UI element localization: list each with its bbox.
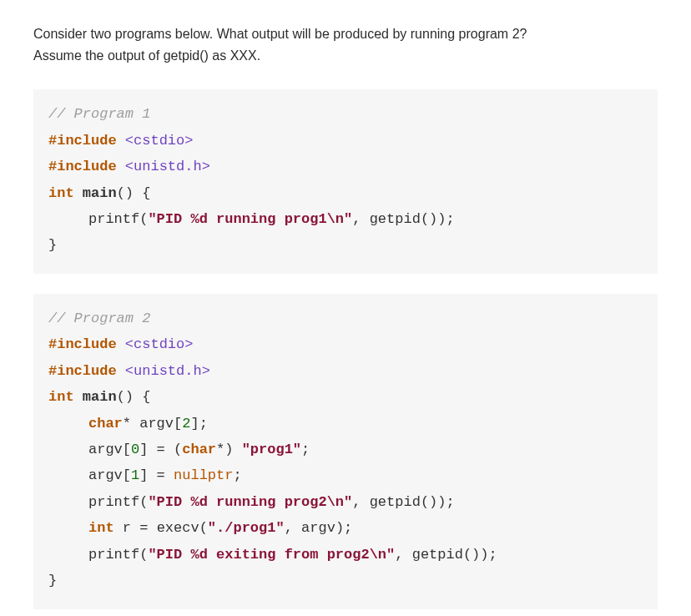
code-keyword: int (48, 185, 74, 201)
code-block-program-1: // Program 1 #include <cstdio> #include … (33, 89, 658, 274)
question-line-1: Consider two programs below. What output… (33, 27, 527, 41)
code-punct: ] = (139, 467, 174, 483)
code-header: <unistd.h> (125, 159, 210, 174)
code-punct: , (352, 211, 369, 227)
code-call: printf (88, 547, 139, 563)
code-punct: ] = ( (139, 442, 182, 457)
code-header: <unistd.h> (125, 363, 210, 379)
code-func: main (83, 389, 117, 405)
code-header: <cstdio> (125, 336, 194, 352)
code-type: char (88, 416, 123, 432)
code-call: getpid (370, 494, 421, 510)
code-string: "PID %d running prog1\n" (148, 211, 352, 227)
code-punct: ( (139, 494, 148, 510)
code-comment: // Program 1 (48, 106, 150, 122)
code-func: main (83, 185, 117, 201)
code-punct: ); (437, 494, 454, 510)
code-ident: argv[ (88, 442, 131, 457)
code-punct: { (134, 185, 150, 201)
code-punct: ( (139, 211, 148, 227)
code-punct: () (463, 547, 480, 563)
code-punct: , (395, 547, 411, 563)
code-punct: * (123, 416, 131, 432)
code-punct: ( (199, 520, 208, 536)
code-punct: () (421, 211, 437, 227)
code-number: 1 (131, 467, 139, 483)
code-punct: ( (139, 547, 148, 563)
code-punct: { (134, 389, 150, 405)
code-punct: ); (480, 547, 497, 563)
code-punct: ; (301, 442, 310, 457)
code-ident: r = (114, 520, 157, 536)
code-punct: ]; (190, 416, 207, 432)
code-keyword: int (48, 389, 74, 405)
page-container: Consider two programs below. What output… (0, 0, 691, 616)
code-ident: argv[ (88, 467, 131, 483)
code-call: execv (157, 520, 199, 536)
code-punct: ); (335, 520, 352, 536)
question-text: Consider two programs below. What output… (33, 23, 658, 66)
code-punct: } (48, 573, 57, 588)
code-punct: ; (233, 467, 241, 483)
code-header: <cstdio> (125, 133, 194, 149)
code-punct: ); (437, 211, 454, 227)
code-call: printf (88, 211, 139, 227)
code-string: "prog1" (242, 442, 301, 457)
code-punct: , (352, 494, 369, 510)
code-punct: () (117, 389, 134, 405)
code-string: "./prog1" (208, 520, 285, 536)
code-preproc: #include (48, 159, 117, 174)
code-string: "PID %d running prog2\n" (148, 494, 352, 510)
code-preproc: #include (48, 363, 117, 379)
code-punct: *) (216, 442, 242, 457)
code-punct: () (421, 494, 437, 510)
question-line-2: Assume the output of getpid() as XXX. (33, 48, 260, 63)
code-number: 0 (131, 442, 139, 457)
code-punct: () (117, 185, 134, 201)
code-comment: // Program 2 (48, 311, 150, 326)
code-preproc: #include (48, 133, 117, 149)
code-block-program-2: // Program 2 #include <cstdio> #include … (33, 294, 658, 609)
code-call: getpid (412, 547, 463, 563)
code-ident: argv[ (131, 416, 182, 432)
code-punct: } (48, 237, 57, 253)
code-keyword: int (88, 520, 114, 536)
code-string: "PID %d exiting from prog2\n" (148, 547, 395, 563)
code-call: printf (88, 494, 139, 510)
code-punct: , argv (285, 520, 335, 536)
code-type: char (182, 442, 216, 457)
code-number: 2 (182, 416, 190, 432)
code-preproc: #include (48, 336, 117, 352)
code-call: getpid (370, 211, 421, 227)
code-keyword: nullptr (174, 467, 233, 483)
